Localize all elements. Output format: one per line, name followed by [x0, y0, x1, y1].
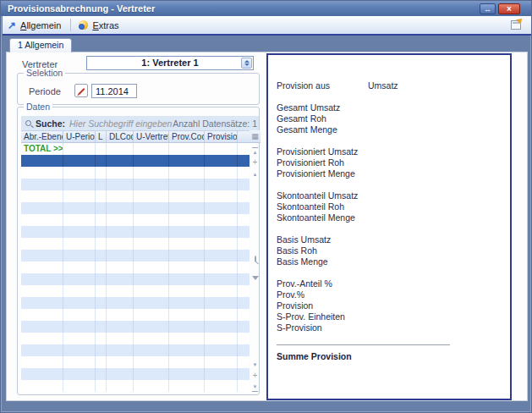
- table-cell: [205, 321, 238, 333]
- table-row[interactable]: [21, 344, 250, 356]
- menu-extras[interactable]: Extras: [74, 16, 125, 34]
- table-cell: [63, 155, 96, 167]
- table-cell: [169, 214, 205, 226]
- table-cell: [107, 214, 134, 226]
- row-down-icon[interactable]: ▼: [250, 361, 261, 368]
- table-row[interactable]: [21, 250, 250, 262]
- filter-icon[interactable]: [250, 279, 261, 286]
- summary-row: S-Prov. Einheiten: [277, 311, 510, 322]
- table-cell: [134, 190, 169, 202]
- table-row[interactable]: [21, 368, 250, 380]
- table-row[interactable]: [21, 356, 250, 368]
- summary-row: Prov.-Anteil %: [277, 278, 510, 289]
- table-row[interactable]: [21, 273, 250, 285]
- summary-row: Basis Menge: [277, 256, 510, 267]
- table-cell: [169, 380, 205, 392]
- table-row[interactable]: [21, 226, 250, 238]
- table-cell: [107, 273, 134, 285]
- field-label: S-Provision: [277, 322, 322, 333]
- column-chooser-button[interactable]: ▦: [250, 130, 261, 143]
- table-cell: [134, 143, 169, 155]
- sort-icon[interactable]: [250, 268, 261, 275]
- column-header[interactable]: Provision €: [205, 131, 238, 142]
- scroll-first-icon[interactable]: ▲: [250, 147, 261, 156]
- table-row[interactable]: [21, 202, 250, 214]
- report-export-button[interactable]: [510, 19, 524, 30]
- column-header[interactable]: U-Vertreter: [134, 131, 169, 142]
- table-row[interactable]: TOTAL >>: [21, 143, 250, 155]
- search-bar[interactable]: Suche: Hier Suchbegriff eingeben (STRG+S…: [21, 116, 259, 130]
- summary-row: Gesamt Roh: [277, 113, 510, 124]
- table-row[interactable]: [21, 333, 250, 344]
- table-cell: [63, 368, 96, 380]
- table-cell: [169, 333, 205, 344]
- periode-picker-button[interactable]: [74, 84, 88, 97]
- table-cell: [96, 262, 107, 273]
- summe-provision-label: Summe Provision: [277, 351, 510, 361]
- scroll-up-icon[interactable]: +: [250, 158, 261, 167]
- scroll-down-icon[interactable]: +: [250, 372, 261, 380]
- field-label: Skontoanteil Umsatz: [277, 190, 358, 201]
- column-header[interactable]: DLCode: [107, 131, 134, 142]
- table-cell: [134, 297, 169, 309]
- field-label: Basis Umsatz: [277, 234, 331, 245]
- column-header[interactable]: U-Periode: [63, 131, 96, 142]
- table-row[interactable]: [21, 262, 250, 273]
- spinner-icon[interactable]: [241, 58, 252, 69]
- summary-divider: [277, 344, 450, 345]
- table-cell: [205, 262, 238, 273]
- close-button[interactable]: ×: [498, 3, 520, 14]
- table-cell: [63, 321, 96, 333]
- table-row[interactable]: [21, 380, 250, 392]
- table-cell: [107, 297, 134, 309]
- table-row[interactable]: [21, 214, 250, 226]
- column-header[interactable]: Abr.-Ebene: [21, 131, 63, 142]
- close-icon: ×: [507, 4, 512, 14]
- table-cell: [205, 202, 238, 214]
- table-cell: [63, 285, 96, 297]
- menu-allgemein[interactable]: ↗ Allgemein: [3, 16, 68, 34]
- daten-groupbox: Daten Suche: Hier Suchbegriff eingeben (…: [17, 107, 260, 395]
- table-cell: [63, 309, 96, 321]
- table-row[interactable]: [21, 321, 250, 333]
- table-cell: [63, 250, 96, 262]
- column-header[interactable]: L: [96, 131, 107, 142]
- summary-panel: Provision ausUmsatzGesamt UmsatzGesamt R…: [266, 53, 512, 400]
- column-search-icon[interactable]: [250, 256, 261, 262]
- grid-scroll-strip: ▲ + ▲ ▼ + ▼: [250, 145, 261, 392]
- table-cell: [169, 202, 205, 214]
- restore-button[interactable]: ↔: [480, 3, 496, 14]
- table-cell: [169, 143, 205, 155]
- summary-row: Provisioniert Roh: [277, 157, 510, 168]
- table-row[interactable]: [21, 190, 250, 202]
- table-cell: [107, 179, 134, 190]
- table-cell: [169, 179, 205, 190]
- table-row[interactable]: [21, 238, 250, 250]
- daten-legend: Daten: [24, 102, 52, 112]
- table-cell: [169, 285, 205, 297]
- table-row[interactable]: [21, 297, 250, 309]
- tab-allgemein[interactable]: 1 Allgemein: [9, 38, 72, 52]
- field-label: Basis Menge: [277, 256, 328, 267]
- column-options-icon[interactable]: [250, 244, 261, 251]
- column-header[interactable]: Prov.Code: [169, 131, 205, 142]
- table-cell: [96, 143, 107, 155]
- periode-input[interactable]: [91, 84, 137, 98]
- table-row[interactable]: [21, 167, 250, 179]
- table-row[interactable]: [21, 155, 250, 167]
- table-cell: [205, 309, 238, 321]
- table-cell: [63, 179, 96, 190]
- table-cell: [107, 238, 134, 250]
- row-up-icon[interactable]: ▲: [250, 171, 261, 178]
- table-row[interactable]: [21, 179, 250, 190]
- table-cell: [21, 321, 63, 333]
- table-cell: [107, 226, 134, 238]
- table-cell: [134, 238, 169, 250]
- table-row[interactable]: [21, 309, 250, 321]
- scroll-last-icon[interactable]: ▼: [250, 383, 261, 392]
- table-cell: [63, 214, 96, 226]
- table-cell: [169, 190, 205, 202]
- table-cell: [169, 250, 205, 262]
- vertreter-combobox[interactable]: 1: Vertreter 1: [86, 56, 254, 70]
- table-row[interactable]: [21, 285, 250, 297]
